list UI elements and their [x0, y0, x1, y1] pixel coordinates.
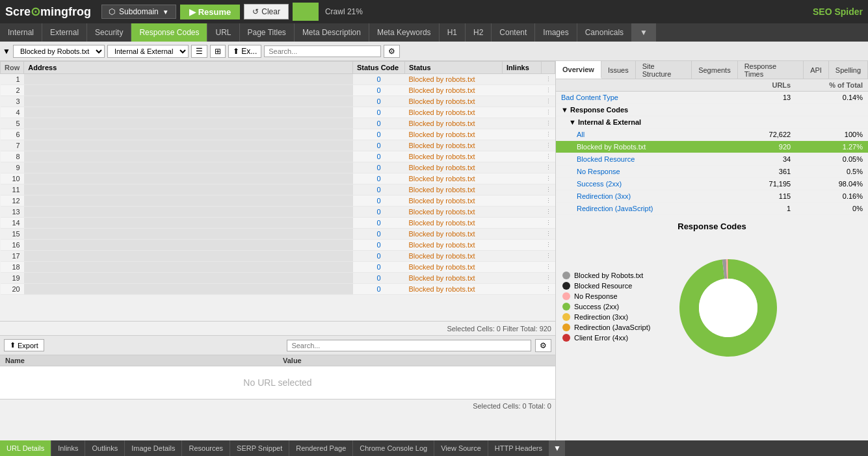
- overview-row[interactable]: Success (2xx) 71,195 98.04%: [556, 178, 868, 190]
- nav-tab-content[interactable]: Content: [492, 23, 535, 42]
- table-row[interactable]: 11 0 Blocked by robots.txt ⋮: [1, 184, 555, 196]
- table-row[interactable]: 18 0 Blocked by robots.txt ⋮: [1, 262, 555, 273]
- resume-button[interactable]: Resume: [180, 5, 241, 19]
- bottom-tab-image-details[interactable]: Image Details: [125, 440, 182, 456]
- logo-o-icon: ⊙: [31, 5, 40, 18]
- export-icon: ⬆: [10, 341, 16, 349]
- bottom-tab-serp-snippet[interactable]: SERP Snippet: [230, 440, 289, 456]
- nav-tab-response-codes[interactable]: Response Codes: [131, 23, 207, 42]
- table-row[interactable]: 9 0 Blocked by robots.txt ⋮: [1, 162, 555, 173]
- bottom-tab-rendered-page[interactable]: Rendered Page: [289, 440, 353, 456]
- overview-link[interactable]: All: [561, 131, 585, 138]
- overview-link[interactable]: Redirection (3xx): [561, 192, 631, 200]
- subdomain-button[interactable]: ⬡ Subdomain ▼: [101, 5, 176, 19]
- bottom-tab-more[interactable]: ▼: [549, 440, 565, 456]
- export-top-button[interactable]: ⬆ Ex...: [228, 45, 261, 58]
- table-row[interactable]: 20 0 Blocked by robots.txt ⋮: [1, 284, 555, 295]
- nav-tab-h2[interactable]: H2: [466, 23, 492, 42]
- table-row[interactable]: 4 0 Blocked by robots.txt ⋮: [1, 107, 555, 118]
- table-row[interactable]: 12 0 Blocked by robots.txt ⋮: [1, 196, 555, 207]
- bottom-tab-outlinks[interactable]: Outlinks: [85, 440, 125, 456]
- table-row[interactable]: 14 0 Blocked by robots.txt ⋮: [1, 218, 555, 229]
- table-row[interactable]: 17 0 Blocked by robots.txt ⋮: [1, 251, 555, 262]
- nav-tab-url[interactable]: URL: [207, 23, 239, 42]
- export-button[interactable]: ⬆ Export: [4, 339, 44, 351]
- cell-row: 7: [1, 140, 24, 151]
- overview-link[interactable]: Blocked Resource: [561, 155, 635, 163]
- table-row[interactable]: 16 0 Blocked by robots.txt ⋮: [1, 240, 555, 251]
- overview-row[interactable]: Redirection (3xx) 115 0.16%: [556, 190, 868, 203]
- overview-cell-label: Redirection (JavaScript): [556, 203, 743, 215]
- bottom-tab-resources[interactable]: Resources: [182, 440, 230, 456]
- table-row[interactable]: 2 0 Blocked by robots.txt ⋮: [1, 85, 555, 96]
- overview-link[interactable]: Blocked by Robots.txt: [561, 143, 646, 151]
- bottom-tab-chrome-console-log[interactable]: Chrome Console Log: [353, 440, 434, 456]
- cell-status-code: 0: [353, 173, 405, 184]
- table-row[interactable]: 8 0 Blocked by robots.txt ⋮: [1, 151, 555, 162]
- nav-tab-canonicals[interactable]: Canonicals: [577, 23, 632, 42]
- cell-action: ⋮: [542, 273, 555, 284]
- table-row[interactable]: 19 0 Blocked by robots.txt ⋮: [1, 273, 555, 284]
- overview-row[interactable]: Bad Content Type 13 0.14%: [556, 92, 868, 104]
- filter-options-button[interactable]: ⚙: [384, 45, 400, 58]
- nav-tab-security[interactable]: Security: [87, 23, 131, 42]
- overview-row[interactable]: All 72,622 100%: [556, 129, 868, 141]
- section-expand-icon: ▼: [561, 118, 578, 126]
- overview-row[interactable]: Blocked Resource 34 0.05%: [556, 153, 868, 166]
- right-tab-issues[interactable]: Issues: [601, 61, 636, 79]
- overview-cell-urls: 72,622: [743, 129, 796, 141]
- bottom-tab-url-details[interactable]: URL Details: [0, 440, 51, 456]
- legend-item: Blocked Resource: [562, 282, 650, 290]
- bottom-tab-view-source[interactable]: View Source: [434, 440, 488, 456]
- right-tab-site-structure[interactable]: Site Structure: [636, 61, 692, 79]
- legend-item: Redirection (3xx): [562, 313, 650, 321]
- cell-inlinks: [503, 107, 542, 118]
- overview-row[interactable]: Blocked by Robots.txt 920 1.27%: [556, 141, 868, 153]
- overview-link[interactable]: No Response: [561, 168, 620, 175]
- table-row[interactable]: 1 0 Blocked by robots.txt ⋮: [1, 74, 555, 85]
- filter-type-select[interactable]: Blocked by Robots.txt All Blocked Resour…: [13, 45, 105, 58]
- right-scroll-area[interactable]: URLs % of Total Bad Content Type 13 0.14…: [556, 79, 868, 440]
- list-view-button[interactable]: ☰: [191, 45, 207, 58]
- nav-tab-meta-keywords[interactable]: Meta Keywords: [369, 23, 440, 42]
- cell-status: Blocked by robots.txt: [405, 284, 503, 295]
- lower-filter-button[interactable]: ⚙: [535, 339, 551, 352]
- table-row[interactable]: 7 0 Blocked by robots.txt ⋮: [1, 140, 555, 151]
- table-row[interactable]: 6 0 Blocked by robots.txt ⋮: [1, 129, 555, 140]
- overview-row[interactable]: No Response 361 0.5%: [556, 166, 868, 178]
- table-search-input[interactable]: [264, 45, 381, 57]
- cell-status: Blocked by robots.txt: [405, 74, 503, 85]
- overview-link[interactable]: Success (2xx): [561, 180, 622, 188]
- bottom-tab-http-headers[interactable]: HTTP Headers: [488, 440, 549, 456]
- right-tab-api[interactable]: API: [804, 61, 829, 79]
- table-row[interactable]: 3 0 Blocked by robots.txt ⋮: [1, 96, 555, 107]
- nav-tab-images[interactable]: Images: [535, 23, 577, 42]
- overview-link[interactable]: Redirection (JavaScript): [561, 205, 653, 212]
- overview-cell-pct: 0.05%: [796, 153, 868, 166]
- cell-address: [24, 207, 353, 218]
- right-tab-segments[interactable]: Segments: [692, 61, 738, 79]
- right-tab-overview[interactable]: Overview: [556, 61, 601, 79]
- nav-tab-meta-description[interactable]: Meta Description: [295, 23, 369, 42]
- table-row[interactable]: 13 0 Blocked by robots.txt ⋮: [1, 207, 555, 218]
- table-row[interactable]: 15 0 Blocked by robots.txt ⋮: [1, 229, 555, 240]
- nav-tab-h1[interactable]: H1: [440, 23, 466, 42]
- nav-tab-more[interactable]: ▼: [632, 23, 656, 42]
- overview-link[interactable]: Bad Content Type: [561, 94, 618, 101]
- cell-address: [24, 240, 353, 251]
- cell-action: ⋮: [542, 229, 555, 240]
- table-scroll[interactable]: Row Address Status Code Status Inlinks 1…: [0, 61, 555, 321]
- clear-button[interactable]: ↺ Clear: [244, 4, 289, 19]
- overview-row[interactable]: Redirection (JavaScript) 1 0%: [556, 203, 868, 215]
- lower-search-input[interactable]: [287, 340, 531, 351]
- table-row[interactable]: 10 0 Blocked by robots.txt ⋮: [1, 173, 555, 184]
- filter-scope-select[interactable]: Internal & External Internal External: [107, 45, 189, 58]
- right-tab-response-times[interactable]: Response Times: [738, 61, 804, 79]
- right-tab-spelling[interactable]: Spelling: [829, 61, 868, 79]
- nav-tab-page-titles[interactable]: Page Titles: [240, 23, 295, 42]
- nav-tab-internal[interactable]: Internal: [0, 23, 42, 42]
- table-row[interactable]: 5 0 Blocked by robots.txt ⋮: [1, 118, 555, 129]
- bottom-tab-inlinks[interactable]: Inlinks: [51, 440, 85, 456]
- tree-view-button[interactable]: ⊞: [210, 45, 226, 58]
- nav-tab-external[interactable]: External: [42, 23, 87, 42]
